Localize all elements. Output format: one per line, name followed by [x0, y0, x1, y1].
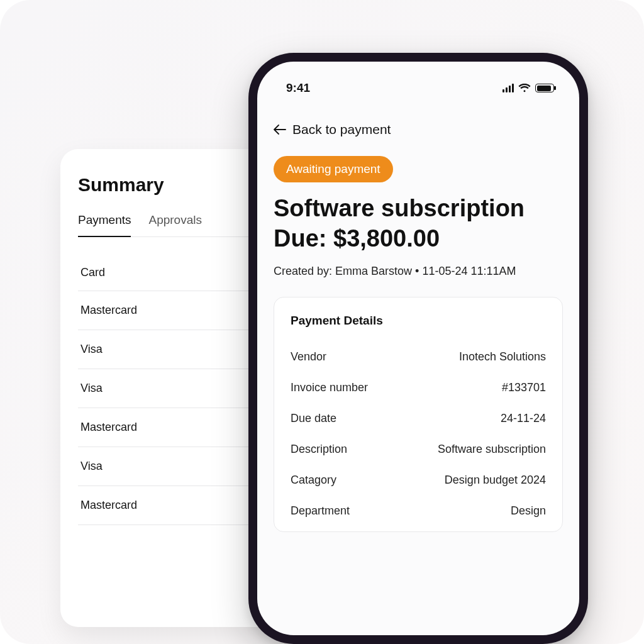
- status-icons: [502, 84, 554, 92]
- page-title: Software subscription: [274, 194, 563, 224]
- detail-value: Inotech Solutions: [459, 350, 546, 364]
- back-to-payment-label: Back to payment: [292, 122, 391, 137]
- summary-title: Summary: [78, 174, 257, 196]
- table-row[interactable]: Visa: [78, 369, 257, 408]
- table-row[interactable]: Visa: [78, 330, 257, 369]
- back-to-payment-link[interactable]: Back to payment: [274, 122, 563, 137]
- table-row[interactable]: Visa: [78, 447, 257, 486]
- due-amount-line: Due: $3,800.00: [274, 224, 563, 254]
- arrow-left-icon: [274, 125, 286, 135]
- tab-payments[interactable]: Payments: [78, 213, 131, 237]
- detail-value: Software subscription: [438, 443, 546, 456]
- stage: Summary Payments Approvals Card Masterca…: [0, 0, 644, 644]
- summary-tabs: Payments Approvals: [78, 213, 257, 237]
- detail-label: Invoice number: [291, 381, 368, 394]
- detail-label: Description: [291, 443, 347, 456]
- detail-row-vendor: Vendor Inotech Solutions: [291, 341, 546, 372]
- detail-row-category: Catagory Design budget 2024: [291, 465, 546, 496]
- detail-label: Department: [291, 504, 350, 518]
- detail-row-invoice-number: Invoice number #133701: [291, 372, 546, 403]
- summary-card: Summary Payments Approvals Card Masterca…: [60, 149, 274, 627]
- summary-column-header: Card: [78, 266, 257, 291]
- wifi-icon: [518, 84, 531, 92]
- detail-value: 24-11-24: [501, 412, 546, 425]
- detail-value: #133701: [502, 381, 546, 394]
- detail-label: Vendor: [291, 350, 326, 364]
- due-amount: $3,800.00: [333, 225, 440, 252]
- detail-label: Due date: [291, 412, 336, 425]
- status-time: 9:41: [286, 81, 310, 95]
- detail-row-department: Department Design: [291, 496, 546, 526]
- payment-details-heading: Payment Details: [291, 314, 546, 328]
- status-badge: Awaiting payment: [274, 156, 393, 182]
- table-row[interactable]: Mastercard: [78, 486, 257, 525]
- detail-row-due-date: Due date 24-11-24: [291, 403, 546, 434]
- phone-screen: 9:41: [257, 62, 579, 635]
- due-prefix: Due:: [274, 225, 333, 252]
- phone-frame: 9:41: [248, 53, 588, 644]
- battery-icon: [535, 84, 554, 92]
- status-bar: 9:41: [274, 62, 563, 99]
- payment-details-card: Payment Details Vendor Inotech Solutions…: [274, 297, 563, 532]
- detail-value: Design budget 2024: [445, 474, 546, 487]
- detail-value: Design: [511, 504, 546, 518]
- table-row[interactable]: Mastercard: [78, 408, 257, 447]
- signal-icon: [502, 84, 514, 92]
- table-row[interactable]: Mastercard: [78, 291, 257, 330]
- detail-row-description: Description Software subscription: [291, 434, 546, 465]
- meta-line: Created by: Emma Barstow • 11-05-24 11:1…: [274, 265, 563, 278]
- tab-approvals[interactable]: Approvals: [148, 213, 202, 236]
- detail-label: Catagory: [291, 474, 336, 487]
